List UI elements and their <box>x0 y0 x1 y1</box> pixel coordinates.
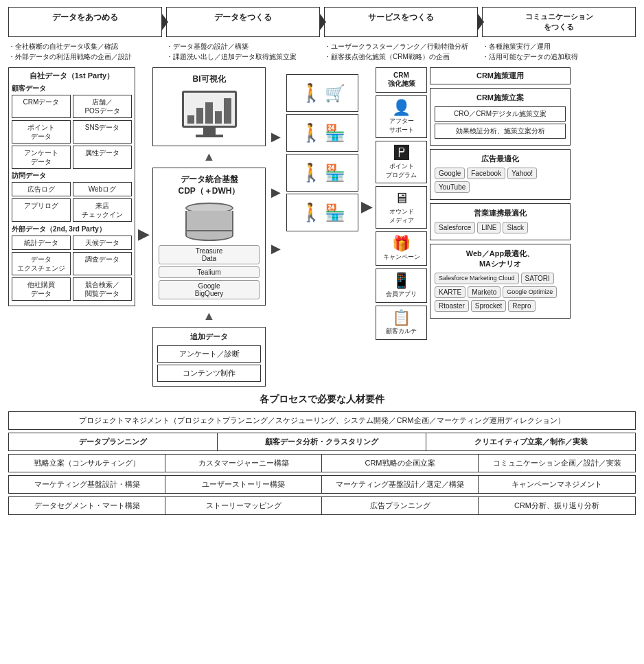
service-s1: 🚶 🛒 <box>286 74 358 112</box>
store-icon-3: 🏪 <box>325 203 345 222</box>
bottom-title: 各プロセスで必要な人材要件 <box>8 393 636 406</box>
person-icon-3: 🚶 <box>300 162 322 183</box>
cell-research: 調査データ <box>73 252 132 275</box>
crm-item-2: 🅿 ポイントプログラム <box>376 141 427 183</box>
db-mid1 <box>185 211 233 220</box>
cell-survey: アンケートデータ <box>12 146 71 169</box>
bottom-r5-c4: CRM分析、振り返り分析 <box>479 497 635 514</box>
store-icon-2: 🏪 <box>325 163 345 183</box>
bottom-r3-c2: カスタマージャーニー構築 <box>165 455 322 472</box>
tag-slack: Slack <box>503 222 527 233</box>
tech-tealium: Tealium <box>159 266 260 278</box>
arrow-service-crm: ▶ <box>361 198 373 216</box>
header-col3-label: サービスをつくる <box>368 12 434 22</box>
sales-title: 営業連携最適化 <box>435 208 566 218</box>
bottom-r5-c2: ストーリーマッピング <box>165 497 322 514</box>
person-icon-1: 🚶 <box>300 82 322 104</box>
cell-pos: 店舗／POSデータ <box>73 95 132 118</box>
db-bottom <box>185 230 233 241</box>
data-grid-5: アプリログ 来店チェックイン <box>12 198 132 222</box>
strategy-title: CRM施策立案 <box>435 93 566 103</box>
bottom-r3-c4: コミュニケーション企画／設計／実装 <box>479 455 635 472</box>
cart-icon: 🛒 <box>325 84 345 103</box>
tag-google: Google <box>435 168 465 179</box>
monitor-visual <box>159 91 260 137</box>
monitor-stand <box>203 128 216 135</box>
point-label: ポイントプログラム <box>378 162 425 180</box>
addon-items: アンケート／診断 コンテンツ制作 <box>157 345 261 382</box>
center-arrows: ▶ ▶ ▶ <box>268 67 284 387</box>
middle-section: 自社データ（1st Party） 顧客データ CRMデータ 店舗／POSデータ … <box>8 67 636 387</box>
bottom-r3-c3: CRM戦略の企画立案 <box>322 455 479 472</box>
service-panel: 🚶 🛒 🚶 🏪 🚶 🏪 🚶 🏪 <box>286 67 358 231</box>
main-container: データをあつめる データをつくる サービスをつくる コミュニケーションをつくる … <box>0 0 644 522</box>
bullet-col4: ・各種施策実行／運用 ・活用可能なデータの追加取得 <box>482 41 636 62</box>
tech-treasure: TreasureData <box>159 245 260 264</box>
crm-item-1: 👤 アフターサポート <box>376 95 427 138</box>
right-main-title: CRM施策運用 <box>433 71 567 81</box>
arrow-to-s3: ▶ <box>271 241 281 256</box>
bottom-r3-c1: 戦略立案（コンサルティング） <box>9 455 165 472</box>
bottom-section: 各プロセスで必要な人材要件 プロジェクトマネジメント（プロジェクトプランニング／… <box>8 393 636 515</box>
tag-line: LINE <box>477 222 501 233</box>
bottom-row5: データセグメント・マート構築 ストーリーマッピング 広告プランニング CRM分析… <box>8 496 636 515</box>
store-icon-1: 🏪 <box>325 124 345 143</box>
bottom-row4: マーケティング基盤設計・構築 ユーザーストーリー構築 マーケティング基盤設計／選… <box>8 475 636 494</box>
ad-title: 広告最適化 <box>435 154 566 164</box>
bullet-col3: ・ユーザークラスター／ランク／行動特徴分析 ・顧客接点強化施策（CRM戦略）の企… <box>324 41 478 62</box>
tag-rtoaster: Rtoaster <box>435 300 469 312</box>
center-column: BI可視化 <box>152 67 266 387</box>
strategy-sub2: 効果検証分析、施策立案分析 <box>435 124 566 139</box>
ma-section: Web／App最適化、MAシナリオ Salesforce Marketing C… <box>430 244 571 319</box>
karte-label: 顧客カルテ <box>378 327 425 336</box>
right-panel: CRM施策運用 CRM施策立案 CRO／CRMデジタル施策立案 効果検証分析、施… <box>430 67 571 319</box>
bottom-r4-c3: マーケティング基盤設計／選定／構築 <box>322 476 479 493</box>
tag-goptimize: Google Optimize <box>503 286 557 298</box>
cell-applog: アプリログ <box>12 198 71 222</box>
tag-sfmc: Salesforce Marketing Cloud <box>435 273 519 284</box>
crm-item-5: 📱 会員アプリ <box>376 268 427 303</box>
crm-strategy-section: CRM施策立案 CRO／CRMデジタル施策立案 効果検証分析、施策立案分析 <box>430 88 571 146</box>
karte-icon: 📋 <box>378 309 425 327</box>
sales-section: 営業連携最適化 Salesforce LINE Slack <box>430 203 571 240</box>
cdp-title: データ統合基盤CDP（＋DWH） <box>159 174 260 197</box>
ad-tags-row: Google Facebook Yahoo! YouTube <box>435 168 566 193</box>
data-grid-6: 統計データ 天候データ <box>12 236 132 250</box>
bottom-r5-c3: 広告プランニング <box>322 497 479 514</box>
arrow-left-center: ▶ <box>138 225 150 243</box>
service-s2: 🚶 🏪 <box>286 114 358 152</box>
point-icon: 🅿 <box>378 144 425 162</box>
bullet-col2: ・データ基盤の設計／構築 ・課題洗い出し／追加データ取得施策立案 <box>166 41 320 62</box>
header-col1: データをあつめる <box>8 7 162 37</box>
crm-item-6: 📋 顧客カルテ <box>376 306 427 340</box>
bi-title: BI可視化 <box>159 73 260 85</box>
header-col1-label: データをあつめる <box>52 12 118 22</box>
crm-item-3: 🖥 オウンドメディア <box>376 186 427 229</box>
left-data-panel: 自社データ（1st Party） 顧客データ CRMデータ 店舗／POSデータ … <box>8 67 135 306</box>
bar2 <box>196 108 203 124</box>
arrow-up-2: ▲ <box>152 309 266 323</box>
support-icon: 👤 <box>378 99 425 117</box>
cell-stats: 統計データ <box>12 236 71 250</box>
cell-weblog: Webログ <box>73 182 132 196</box>
bottom-r2-c2: 顧客データ分析・クラスタリング <box>218 433 426 450</box>
left-panel-title: 自社データ（1st Party） <box>12 71 132 81</box>
data-grid-2: ポイントデータ SNSデータ <box>12 120 132 144</box>
monitor-screen <box>182 91 237 128</box>
data-grid-4: 広告ログ Webログ <box>12 182 132 196</box>
strategy-sub1: CRO／CRMデジタル施策立案 <box>435 106 566 122</box>
bottom-r2-c3: クリエイティブ立案／制作／実装 <box>426 433 635 450</box>
media-label: オウンドメディア <box>378 207 425 225</box>
full-row-pm: プロジェクトマネジメント（プロジェクトプランニング／スケジューリング、システム開… <box>8 411 636 430</box>
bottom-row2: データプランニング 顧客データ分析・クラスタリング クリエイティブ立案／制作／実… <box>8 433 636 451</box>
service-s4: 🚶 🏪 <box>286 194 358 231</box>
bi-box: BI可視化 <box>152 67 266 146</box>
bottom-r4-c2: ユーザーストーリー構築 <box>165 476 322 493</box>
crm-column: CRM強化施策 👤 アフターサポート 🅿 ポイントプログラム 🖥 オウンドメディ… <box>376 67 427 340</box>
service-s3: 🚶 🏪 <box>286 154 358 192</box>
bar5 <box>224 98 231 124</box>
cell-attribute: 属性データ <box>73 146 132 169</box>
cell-purchase: 他社購買データ <box>12 277 71 301</box>
tag-salesforce: Salesforce <box>435 222 475 233</box>
sales-tags-row: Salesforce LINE Slack <box>435 222 566 233</box>
